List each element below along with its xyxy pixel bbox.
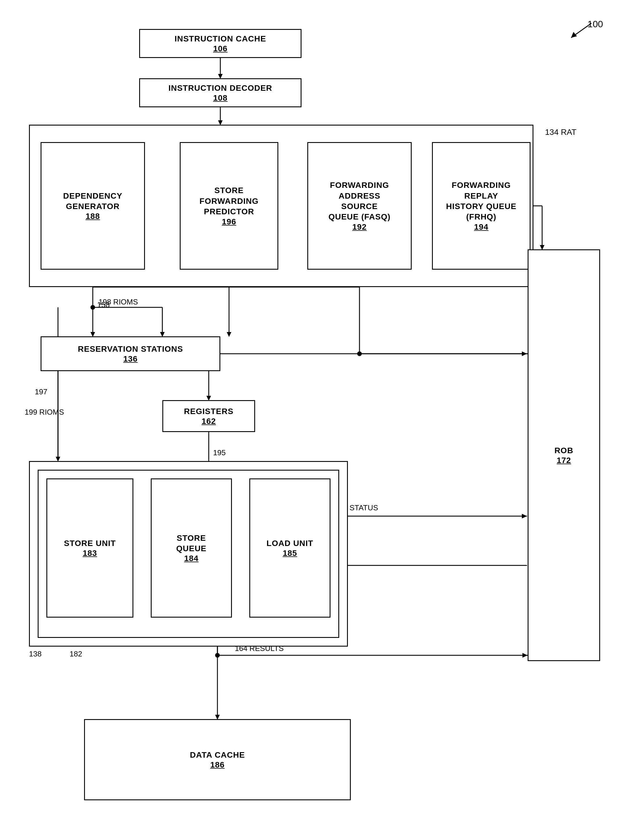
svg-marker-40 [522,653,528,658]
svg-marker-10 [227,332,231,337]
svg-text:198 RIOMS: 198 RIOMS [99,297,138,306]
rob-box: ROB 172 [528,249,600,661]
svg-marker-26 [522,351,527,356]
load-unit-id: 185 [283,549,297,558]
svg-point-42 [215,653,220,658]
frhq-label: FORWARDINGREPLAYHISTORY QUEUE(FRHQ) [446,180,517,223]
store-forwarding-predictor-box: STOREFORWARDINGPREDICTOR 196 [180,142,278,270]
svg-text:197: 197 [35,387,47,396]
instruction-cache-box: INSTRUCTION CACHE 106 [139,29,301,58]
frhq-box: FORWARDINGREPLAYHISTORY QUEUE(FRHQ) 194 [432,142,531,270]
svg-marker-1 [571,32,577,38]
reservation-stations-box: RESERVATION STATIONS 136 [41,336,220,371]
fasq-id: 192 [352,223,367,232]
svg-point-59 [357,351,362,356]
store-queue-id: 184 [184,554,199,563]
store-unit-label: STORE UNIT [64,538,116,549]
registers-id: 162 [202,417,216,426]
frhq-id: 194 [474,223,489,232]
instruction-decoder-id: 108 [213,93,228,103]
store-forwarding-predictor-id: 196 [222,217,236,226]
svg-marker-34 [522,514,527,518]
load-unit-box: LOAD UNIT 185 [249,478,331,617]
store-unit-box: STORE UNIT 183 [46,478,133,617]
store-queue-label: STOREQUEUE [176,533,207,554]
store-unit-id: 183 [83,549,97,558]
lsu-outer-ref: 138 [29,649,41,658]
instruction-cache-id: 106 [213,44,228,53]
dependency-generator-id: 188 [85,212,100,221]
instruction-decoder-box: INSTRUCTION DECODER 108 [139,78,301,107]
store-forwarding-predictor-label: STOREFORWARDINGPREDICTOR [199,185,258,217]
fasq-label: FORWARDINGADDRESSSOURCEQUEUE (FASQ) [328,180,391,223]
load-unit-label: LOAD UNIT [266,538,313,549]
diagram: 100 158 197 198 RIOMS 199 RIOMS [0,0,632,840]
ref-100: 100 [568,17,603,43]
registers-box: REGISTERS 162 [162,400,255,432]
rob-label: ROB [554,445,573,456]
fasq-box: FORWARDINGADDRESSSOURCEQUEUE (FASQ) 192 [307,142,412,270]
data-cache-box: DATA CACHE 186 [84,719,351,800]
svg-text:199 RIOMS: 199 RIOMS [25,408,64,416]
svg-text:195: 195 [213,448,225,457]
dependency-generator-box: DEPENDENCYGENERATOR 188 [41,142,145,270]
data-cache-id: 186 [210,760,225,769]
rat-ref-label: 134 RAT [545,128,576,137]
registers-label: REGISTERS [184,406,234,417]
reservation-stations-label: RESERVATION STATIONS [78,344,183,354]
reservation-stations-id: 136 [123,354,138,363]
store-queue-box: STOREQUEUE 184 [151,478,232,617]
instruction-cache-label: INSTRUCTION CACHE [175,34,266,44]
svg-point-65 [90,305,95,309]
lsu-inner-ref: 182 [69,649,82,658]
instruction-decoder-label: INSTRUCTION DECODER [169,83,272,93]
rob-id: 172 [556,456,571,465]
svg-text:158: 158 [97,300,110,309]
dependency-generator-label: DEPENDENCYGENERATOR [63,191,122,212]
data-cache-label: DATA CACHE [190,750,245,760]
